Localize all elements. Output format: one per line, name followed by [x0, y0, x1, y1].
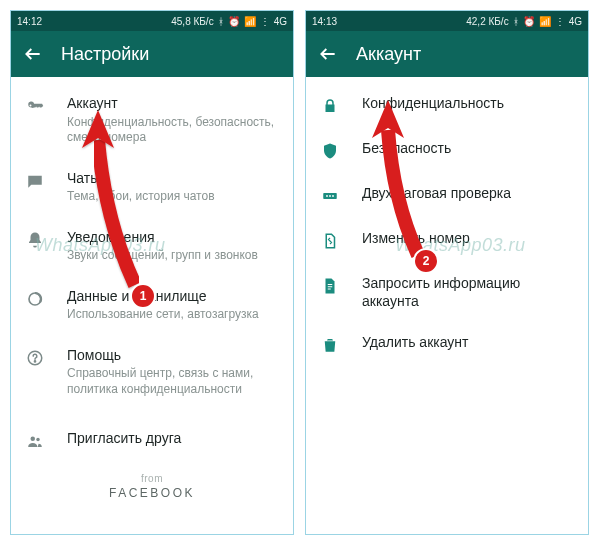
key-icon — [25, 96, 45, 116]
row-sub: Тема, обои, история чатов — [67, 189, 277, 205]
svg-point-3 — [31, 436, 36, 441]
row-label: Безопасность — [362, 140, 572, 158]
row-sub: Справочный центр, связь с нами, политика… — [67, 366, 277, 397]
vowifi-icon: ⋮ — [555, 16, 565, 27]
app-bar: Настройки — [11, 31, 293, 77]
alarm-icon: ⏰ — [523, 16, 535, 27]
row-request-info[interactable]: Запросить информацию аккаунта — [306, 263, 588, 322]
signal-icon: 📶 — [539, 16, 551, 27]
app-bar: Аккаунт — [306, 31, 588, 77]
row-label: Конфиденциальность — [362, 95, 572, 113]
help-icon — [25, 348, 45, 368]
row-data-storage[interactable]: Данные и хранилище Использование сети, а… — [11, 276, 293, 335]
row-change-number[interactable]: Изменить номер — [306, 218, 588, 263]
alarm-icon: ⏰ — [228, 16, 240, 27]
pin-icon — [320, 186, 340, 206]
row-label: Уведомления — [67, 229, 277, 247]
row-label: Удалить аккаунт — [362, 334, 572, 352]
row-label: Изменить номер — [362, 230, 572, 248]
status-4g: 4G — [274, 16, 287, 27]
svg-point-6 — [326, 195, 328, 197]
signal-icon: 📶 — [244, 16, 256, 27]
row-help[interactable]: Помощь Справочный центр, связь с нами, п… — [11, 335, 293, 410]
row-label: Двухшаговая проверка — [362, 185, 572, 203]
lock-icon — [320, 96, 340, 116]
svg-point-8 — [332, 195, 334, 197]
row-notifications[interactable]: Уведомления Звуки сообщений, групп и зво… — [11, 217, 293, 276]
bluetooth-icon: ᚼ — [218, 16, 224, 27]
svg-point-2 — [34, 361, 35, 362]
chat-icon — [25, 171, 45, 191]
status-bar: 14:12 45,8 КБ/с ᚼ ⏰ 📶 ⋮ 4G — [11, 11, 293, 31]
back-arrow-icon[interactable] — [23, 44, 43, 64]
document-icon — [320, 276, 340, 296]
status-4g: 4G — [569, 16, 582, 27]
bluetooth-icon: ᚼ — [513, 16, 519, 27]
status-time: 14:13 — [312, 16, 337, 27]
row-label: Пригласить друга — [67, 430, 277, 448]
vowifi-icon: ⋮ — [260, 16, 270, 27]
row-invite[interactable]: Пригласить друга — [11, 418, 293, 463]
account-list: Конфиденциальность Безопасность Двухшаго… — [306, 77, 588, 367]
row-account[interactable]: Аккаунт Конфиденциальность, безопасность… — [11, 83, 293, 158]
row-sub: Звуки сообщений, групп и звонков — [67, 248, 277, 264]
trash-icon — [320, 335, 340, 355]
phone-settings: 14:12 45,8 КБ/с ᚼ ⏰ 📶 ⋮ 4G Настройки — [10, 10, 294, 535]
sim-icon — [320, 231, 340, 251]
bell-icon — [25, 230, 45, 250]
phone-account: 14:13 42,2 КБ/с ᚼ ⏰ 📶 ⋮ 4G Аккаунт Конфи… — [305, 10, 589, 535]
row-two-step[interactable]: Двухшаговая проверка — [306, 173, 588, 218]
row-chats[interactable]: Чаты Тема, обои, история чатов — [11, 158, 293, 217]
page-title: Аккаунт — [356, 44, 421, 65]
shield-icon — [320, 141, 340, 161]
svg-point-7 — [329, 195, 331, 197]
row-label: Данные и хранилище — [67, 288, 277, 306]
row-delete-account[interactable]: Удалить аккаунт — [306, 322, 588, 367]
row-label: Запросить информацию аккаунта — [362, 275, 572, 310]
data-usage-icon — [25, 289, 45, 309]
row-label: Помощь — [67, 347, 277, 365]
status-time: 14:12 — [17, 16, 42, 27]
status-speed: 45,8 КБ/с — [171, 16, 213, 27]
footer-from: from — [11, 473, 293, 484]
settings-list: Аккаунт Конфиденциальность, безопасность… — [11, 77, 293, 500]
status-bar: 14:13 42,2 КБ/с ᚼ ⏰ 📶 ⋮ 4G — [306, 11, 588, 31]
page-title: Настройки — [61, 44, 149, 65]
status-speed: 42,2 КБ/с — [466, 16, 508, 27]
row-label: Аккаунт — [67, 95, 277, 113]
row-security[interactable]: Безопасность — [306, 128, 588, 173]
footer: from FACEBOOK — [11, 473, 293, 500]
footer-brand: FACEBOOK — [11, 486, 293, 500]
people-icon — [25, 431, 45, 451]
row-label: Чаты — [67, 170, 277, 188]
back-arrow-icon[interactable] — [318, 44, 338, 64]
row-sub: Конфиденциальность, безопасность, смена … — [67, 115, 277, 146]
row-privacy[interactable]: Конфиденциальность — [306, 83, 588, 128]
row-sub: Использование сети, автозагрузка — [67, 307, 277, 323]
svg-point-4 — [36, 437, 39, 440]
